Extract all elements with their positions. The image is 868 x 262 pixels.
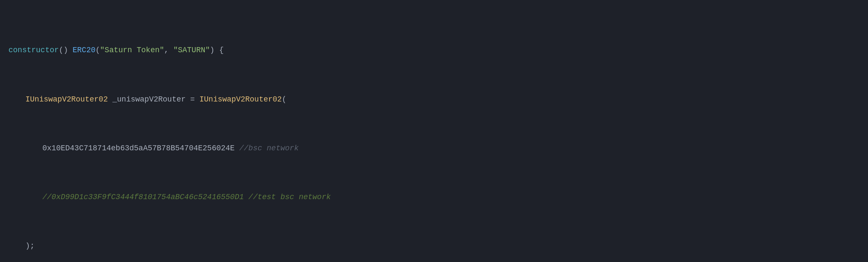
- line-constructor: constructor() ERC20("Saturn Token", "SAT…: [8, 44, 855, 56]
- line-router-decl: IUniswapV2Router02 _uniswapV2Router = IU…: [8, 93, 855, 106]
- line-close-paren: );: [8, 240, 855, 252]
- line-address2: //0xD99D1c33F9fC3444f8101754aBC46c524165…: [8, 191, 855, 203]
- keyword-constructor: constructor: [8, 44, 59, 56]
- line-address1: 0x10ED43C718714eb63d5aA57B78B54704E25602…: [8, 142, 855, 155]
- code-editor: constructor() ERC20("Saturn Token", "SAT…: [0, 0, 868, 262]
